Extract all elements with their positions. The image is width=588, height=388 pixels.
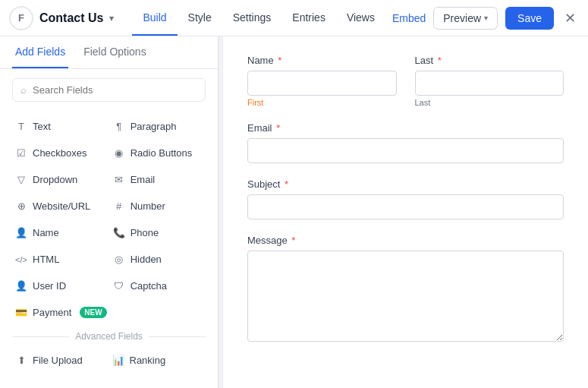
field-phone[interactable]: 📞 Phone: [110, 220, 206, 245]
captcha-icon: 🛡: [113, 280, 125, 292]
field-file-upload-label: File Upload: [33, 355, 83, 366]
search-input[interactable]: [33, 84, 197, 96]
field-html[interactable]: </> HTML: [12, 247, 110, 272]
last-sub-label: Last: [415, 98, 564, 107]
field-html-label: HTML: [33, 254, 59, 265]
last-required: *: [435, 55, 442, 66]
fields-grid: T Text ¶ Paragraph ☑ Checkboxes ◉ Radio …: [12, 114, 206, 325]
first-sub-label: First: [247, 98, 397, 107]
field-radio[interactable]: ◉ Radio Buttons: [110, 140, 206, 166]
hidden-icon: ◎: [113, 254, 125, 265]
advanced-label: Advanced Fields: [75, 331, 143, 342]
email-required: *: [274, 122, 281, 134]
field-captcha[interactable]: 🛡 Captcha: [110, 273, 206, 298]
subject-label: Subject *: [247, 178, 564, 190]
field-payment[interactable]: 💳 Payment NEW: [12, 300, 110, 325]
field-text[interactable]: T Text: [12, 114, 110, 139]
field-checkboxes[interactable]: ☑ Checkboxes: [12, 140, 110, 166]
subject-input[interactable]: [247, 194, 564, 219]
field-ranking[interactable]: 📊 Ranking: [109, 348, 206, 373]
field-userid-label: User ID: [33, 280, 66, 292]
payment-icon: 💳: [15, 307, 27, 318]
radio-icon: ◉: [113, 147, 125, 159]
field-payment-label: Payment: [33, 307, 71, 318]
embed-button[interactable]: Embed: [392, 12, 426, 24]
divider-line-left: [12, 336, 69, 337]
email-group: Email *: [247, 122, 564, 163]
field-dropdown-label: Dropdown: [33, 174, 77, 185]
sidebar-tabs: Add Fields Field Options: [0, 36, 218, 69]
field-ranking-label: Ranking: [130, 355, 166, 366]
field-website[interactable]: ⊕ Website/URL: [12, 194, 110, 219]
tab-field-options[interactable]: Field Options: [80, 36, 149, 68]
last-name-group: Last * Last: [415, 55, 564, 107]
email-input[interactable]: [247, 138, 564, 163]
message-row: Message *: [247, 235, 564, 342]
field-number[interactable]: # Number: [110, 194, 206, 219]
name-required: *: [275, 55, 282, 66]
divider-line-right: [149, 336, 206, 337]
field-paragraph-label: Paragraph: [130, 121, 177, 132]
advanced-fields-grid: ⬆ File Upload 📊 Ranking: [12, 348, 206, 373]
nav-views[interactable]: Views: [336, 1, 385, 36]
field-checkboxes-label: Checkboxes: [33, 147, 87, 159]
first-name-group: Name * First: [247, 55, 397, 107]
email-row: Email *: [247, 122, 564, 163]
title-chevron-icon[interactable]: ▾: [109, 13, 114, 24]
field-name[interactable]: 👤 Name: [12, 220, 110, 245]
field-email-label: Email: [130, 174, 156, 185]
field-file-upload[interactable]: ⬆ File Upload: [12, 348, 109, 373]
app-logo: F: [9, 6, 33, 30]
page-title: Contact Us: [39, 11, 103, 25]
file-upload-icon: ⬆: [15, 355, 27, 366]
search-box: ⌕: [12, 78, 206, 102]
phone-icon: 📞: [113, 227, 125, 238]
fields-list: T Text ¶ Paragraph ☑ Checkboxes ◉ Radio …: [0, 111, 218, 388]
save-button[interactable]: Save: [505, 7, 554, 30]
message-textarea[interactable]: [247, 251, 564, 342]
ranking-icon: 📊: [112, 355, 124, 366]
header: F Contact Us ▾ Build Style Settings Entr…: [0, 0, 588, 36]
text-icon: T: [15, 121, 27, 132]
nav-entries[interactable]: Entries: [281, 1, 336, 36]
website-icon: ⊕: [15, 200, 27, 212]
field-userid[interactable]: 👤 User ID: [12, 273, 110, 298]
dropdown-icon: ▽: [15, 174, 27, 185]
field-radio-label: Radio Buttons: [130, 147, 193, 159]
subject-group: Subject *: [247, 178, 564, 219]
field-website-label: Website/URL: [33, 200, 90, 212]
preview-button[interactable]: Preview ▾: [433, 7, 498, 30]
last-name-input[interactable]: [415, 71, 564, 96]
close-button[interactable]: ✕: [561, 7, 579, 30]
field-number-label: Number: [130, 200, 165, 212]
header-actions: Embed Preview ▾ Save ✕: [392, 7, 579, 30]
paragraph-icon: ¶: [113, 121, 125, 132]
first-name-input[interactable]: [247, 71, 397, 96]
last-label: Last *: [415, 55, 564, 66]
sidebar: Add Fields Field Options ⌕ T Text ¶ Para…: [0, 36, 219, 388]
tab-add-fields[interactable]: Add Fields: [12, 36, 68, 68]
message-required: *: [289, 235, 296, 246]
field-hidden-label: Hidden: [130, 254, 162, 265]
preview-chevron-icon: ▾: [484, 14, 488, 22]
checkboxes-icon: ☑: [15, 147, 27, 159]
field-hidden[interactable]: ◎ Hidden: [110, 247, 206, 272]
search-wrap: ⌕: [0, 69, 218, 111]
nav-style[interactable]: Style: [178, 1, 222, 36]
new-badge: NEW: [80, 307, 106, 318]
advanced-divider: Advanced Fields: [12, 325, 206, 348]
name-row: Name * First Last * Last: [247, 55, 564, 107]
field-text-label: Text: [33, 121, 51, 132]
nav-settings[interactable]: Settings: [222, 1, 282, 36]
nav-build[interactable]: Build: [132, 1, 177, 36]
main-layout: Add Fields Field Options ⌕ T Text ¶ Para…: [0, 36, 588, 388]
userid-icon: 👤: [15, 280, 27, 292]
field-paragraph[interactable]: ¶ Paragraph: [110, 114, 206, 139]
field-phone-label: Phone: [130, 227, 159, 238]
subject-required: *: [281, 178, 288, 190]
name-label: Name *: [247, 55, 397, 66]
search-icon: ⌕: [20, 84, 27, 96]
field-dropdown[interactable]: ▽ Dropdown: [12, 167, 110, 192]
message-group: Message *: [247, 235, 564, 342]
field-email[interactable]: ✉ Email: [110, 167, 206, 192]
